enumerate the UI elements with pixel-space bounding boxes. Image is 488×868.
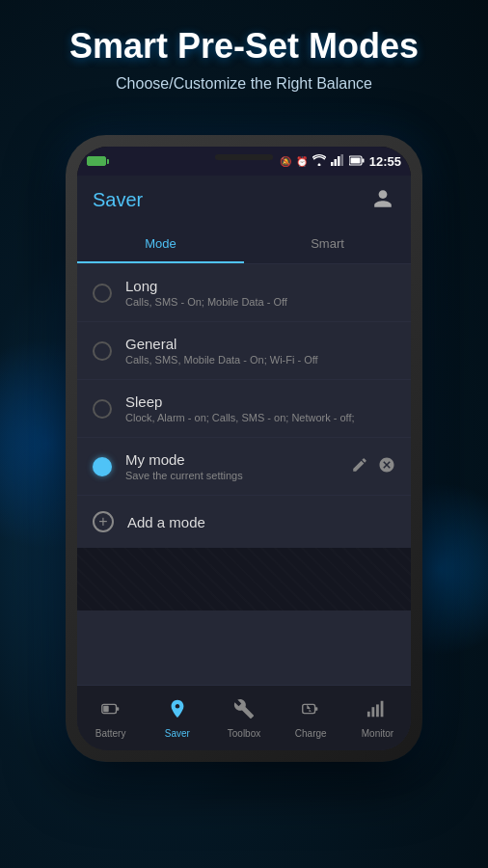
nav-label-charge: Charge [295,728,327,739]
nav-item-toolbox[interactable]: Toolbox [210,698,277,739]
battery-nav-icon [100,698,122,724]
mute-icon: 🔕 [280,156,291,167]
mode-name-long: Long [125,278,395,294]
mode-name-sleep: Sleep [125,393,395,410]
mode-item-long[interactable]: Long Calls, SMS - On; Mobile Data - Off [77,264,411,322]
nav-label-monitor: Monitor [362,728,393,739]
mode-name-general: General [125,336,395,352]
tab-smart[interactable]: Smart [244,224,411,263]
svg-rect-14 [376,704,379,717]
header-section: Smart Pre-Set Modes Choose/Customize the… [0,0,488,112]
screen-content: Saver Mode Smart [77,176,411,750]
mode-desc-general: Calls, SMS, Mobile Data - On; Wi-Fi - Of… [125,354,395,366]
mode-item-mymode[interactable]: My mode Save the current settings [77,438,411,496]
status-bar: 🔕 ⏰ [77,147,411,176]
svg-rect-5 [362,158,364,162]
nav-item-saver[interactable]: Saver [144,698,210,739]
app-bar-title: Saver [93,189,143,211]
svg-rect-2 [338,156,340,166]
edit-icon[interactable] [351,456,368,477]
monitor-nav-icon [366,698,388,724]
svg-rect-13 [372,707,375,717]
svg-rect-8 [116,707,119,711]
nav-label-toolbox: Toolbox [228,728,260,739]
svg-rect-12 [367,711,370,717]
toolbox-nav-icon [233,698,255,724]
mode-item-sleep[interactable]: Sleep Clock, Alarm - on; Calls, SMS - on… [77,380,411,438]
add-mode-label: Add a mode [127,514,205,530]
tab-bar: Mode Smart [77,224,411,264]
radio-long[interactable] [93,284,112,303]
phone-speaker [215,154,273,160]
nav-item-charge[interactable]: Charge [278,698,344,739]
nav-label-saver: Saver [165,728,190,739]
phone-outer: 🔕 ⏰ [66,135,422,762]
svg-rect-11 [315,707,318,711]
svg-rect-9 [103,705,109,711]
svg-rect-6 [350,157,360,163]
main-title: Smart Pre-Set Modes [19,27,469,66]
mode-desc-long: Calls, SMS - On; Mobile Data - Off [125,296,395,308]
mode-info-sleep: Sleep Clock, Alarm - on; Calls, SMS - on… [125,393,395,423]
saver-nav-icon [167,698,188,724]
svg-rect-15 [381,700,384,717]
bottom-nav: Battery Saver [77,685,411,750]
mode-info-mymode: My mode Save the current settings [125,451,338,481]
mode-info-general: General Calls, SMS, Mobile Data - On; Wi… [125,336,395,366]
svg-rect-1 [334,159,337,166]
mode-actions-mymode [351,456,395,477]
phone-screen: 🔕 ⏰ [77,147,411,750]
status-battery-icon [349,155,365,168]
add-icon: + [93,511,114,532]
radio-mymode[interactable] [93,457,112,476]
app-bar: Saver [77,176,411,224]
nav-label-battery: Battery [95,728,126,739]
sub-title: Choose/Customize the Right Balance [19,75,469,93]
mode-list: Long Calls, SMS - On; Mobile Data - Off … [77,264,411,750]
radio-sleep[interactable] [93,399,112,419]
mode-desc-mymode: Save the current settings [125,470,338,481]
mode-item-general[interactable]: General Calls, SMS, Mobile Data - On; Wi… [77,322,411,380]
wifi-icon [312,154,326,168]
nav-item-monitor[interactable]: Monitor [344,698,411,739]
mode-desc-sleep: Clock, Alarm - on; Calls, SMS - on; Netw… [125,412,395,423]
mode-name-mymode: My mode [125,451,338,468]
nav-item-battery[interactable]: Battery [77,698,144,739]
phone-mockup: 🔕 ⏰ [66,135,422,762]
delete-icon[interactable] [378,456,395,477]
charge-nav-icon [300,698,321,724]
time-display: 12:55 [369,154,401,169]
profile-icon[interactable] [372,188,395,211]
svg-rect-3 [340,154,343,166]
svg-rect-0 [331,162,334,166]
alarm-icon: ⏰ [296,156,308,167]
status-right: 🔕 ⏰ [280,154,401,169]
status-left [87,156,106,166]
signal-icon [331,154,344,168]
battery-indicator [87,156,106,166]
mode-info-long: Long Calls, SMS - On; Mobile Data - Off [125,278,395,308]
radio-general[interactable] [93,341,112,361]
tab-mode[interactable]: Mode [77,224,244,263]
dark-bottom-area [77,548,411,610]
add-mode-item[interactable]: + Add a mode [77,496,411,548]
